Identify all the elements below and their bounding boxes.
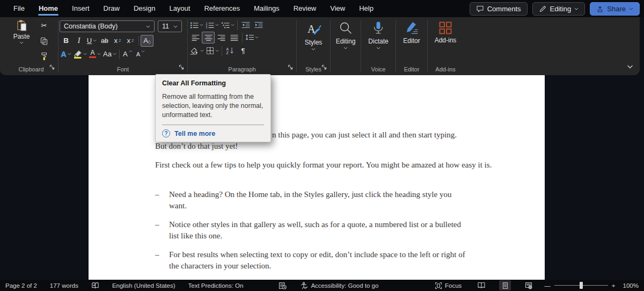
- share-button[interactable]: Share: [590, 2, 640, 16]
- text-predictions-indicator[interactable]: Text Predictions: On: [188, 282, 244, 289]
- tab-home[interactable]: Home: [32, 0, 65, 17]
- paragraph-dialog-launcher[interactable]: [288, 62, 293, 72]
- proofing-status[interactable]: [91, 282, 99, 289]
- numbered-list-button[interactable]: 123: [204, 19, 220, 31]
- increase-indent-button[interactable]: [252, 19, 265, 31]
- editor-insights-indicator[interactable]: [279, 282, 287, 289]
- align-center-button[interactable]: [202, 32, 215, 43]
- justify-button[interactable]: [228, 32, 240, 43]
- editing-button[interactable]: Editing: [331, 17, 361, 65]
- clipboard-dialog-launcher[interactable]: [49, 62, 55, 72]
- tab-draw[interactable]: Draw: [97, 0, 127, 17]
- tab-review[interactable]: Review: [287, 0, 324, 17]
- styles-button[interactable]: A Styles: [297, 17, 330, 65]
- help-question-icon: ?: [162, 129, 170, 137]
- copy-button[interactable]: [38, 35, 50, 46]
- addins-button[interactable]: Add-ins: [428, 17, 463, 65]
- divider: [242, 33, 243, 42]
- doc-bullet-item[interactable]: – Notice other styles in that gallery as…: [169, 219, 471, 241]
- tell-me-more-link[interactable]: ? Tell me more: [162, 129, 264, 137]
- align-right-button[interactable]: [215, 32, 228, 43]
- chevron-down-icon: [215, 24, 219, 26]
- font-dialog-launcher[interactable]: [179, 62, 184, 72]
- underline-button[interactable]: U: [85, 35, 98, 47]
- paste-button[interactable]: Paste: [8, 17, 35, 65]
- tab-references[interactable]: References: [197, 0, 246, 17]
- comments-button[interactable]: Comments: [470, 2, 528, 16]
- document-clock-icon: [279, 282, 287, 289]
- tab-mailings[interactable]: Mailings: [247, 0, 287, 17]
- highlight-color-button[interactable]: [72, 48, 88, 60]
- ribbon-tabs: File Home Insert Draw Design Layout Refe…: [0, 0, 380, 17]
- font-color-bar: [89, 56, 96, 59]
- tab-help[interactable]: Help: [352, 0, 380, 17]
- tab-file[interactable]: File: [6, 0, 32, 17]
- editing-mode-button[interactable]: Editing: [532, 2, 586, 16]
- shading-button[interactable]: [189, 45, 205, 57]
- bullet-list-button[interactable]: [189, 19, 204, 31]
- font-color-button[interactable]: A: [88, 48, 102, 60]
- sort-button[interactable]: AZ: [224, 45, 237, 57]
- subscript-button[interactable]: x2: [111, 35, 124, 47]
- zoom-level[interactable]: 100%: [623, 282, 639, 289]
- increase-indent-icon: [254, 21, 263, 28]
- bold-button[interactable]: B: [60, 35, 72, 47]
- multilevel-list-button[interactable]: [220, 19, 236, 31]
- cut-button[interactable]: ✂: [38, 20, 50, 31]
- editor-pencil-icon: [404, 21, 419, 35]
- decrease-indent-button[interactable]: [239, 19, 252, 31]
- print-layout-button[interactable]: [499, 280, 511, 290]
- doc-line-partial[interactable]: n this page, you can just select it all …: [272, 129, 457, 140]
- doc-paragraph[interactable]: First check out a few tips to help you q…: [155, 159, 492, 170]
- chevron-down-icon: [93, 39, 97, 42]
- superscript-button[interactable]: x2: [124, 35, 137, 47]
- caret-down-icon: [141, 50, 145, 53]
- proofing-book-icon: [91, 282, 99, 289]
- print-layout-page-icon: [502, 282, 509, 289]
- strikethrough-button[interactable]: ab: [98, 35, 111, 47]
- font-name-combo[interactable]: Constantia (Body): [60, 20, 155, 32]
- tab-layout[interactable]: Layout: [162, 0, 197, 17]
- editor-button[interactable]: Editor: [396, 17, 427, 65]
- doc-bullet-item[interactable]: – Need a heading? On the Home tab, in th…: [169, 189, 471, 211]
- word-count[interactable]: 177 words: [50, 282, 78, 289]
- zoom-out-button[interactable]: —: [544, 282, 551, 289]
- shrink-font-button[interactable]: A: [134, 48, 147, 60]
- page-indicator[interactable]: Page 2 of 2: [5, 282, 37, 289]
- focus-mode-button[interactable]: Focus: [435, 282, 462, 289]
- addins-group-label: Add-ins: [435, 66, 455, 72]
- sort-icon: AZ: [226, 47, 235, 55]
- align-left-button[interactable]: [189, 32, 202, 43]
- web-layout-button[interactable]: [523, 280, 535, 290]
- language-indicator[interactable]: English (United States): [112, 282, 175, 289]
- clear-formatting-button[interactable]: A◊: [141, 35, 153, 47]
- chevron-down-icon: [376, 47, 380, 49]
- zoom-in-button[interactable]: +: [612, 282, 616, 289]
- align-center-icon: [204, 34, 213, 41]
- format-painter-button[interactable]: [38, 51, 50, 62]
- doc-bullet-item[interactable]: – For best results when selecting text t…: [169, 249, 471, 271]
- chevron-down-icon: [311, 48, 316, 50]
- grow-font-button[interactable]: A: [121, 48, 134, 60]
- pilcrow-button[interactable]: ¶: [237, 45, 250, 57]
- italic-button[interactable]: I: [72, 35, 85, 47]
- tooltip-title: Clear All Formatting: [162, 79, 264, 87]
- collapse-ribbon-button[interactable]: [627, 61, 633, 71]
- format-painter-icon: [40, 52, 48, 61]
- tab-design[interactable]: Design: [127, 0, 162, 17]
- read-mode-button[interactable]: [475, 280, 487, 290]
- font-size-combo[interactable]: 11: [158, 20, 182, 32]
- borders-button[interactable]: [205, 45, 220, 57]
- tab-view[interactable]: View: [323, 0, 352, 17]
- dictate-button[interactable]: Dictate: [361, 17, 396, 65]
- line-spacing-button[interactable]: [244, 32, 260, 43]
- text-effects-button[interactable]: A: [60, 48, 72, 60]
- zoom-slider-handle[interactable]: [580, 282, 583, 289]
- styles-dialog-launcher[interactable]: [321, 62, 327, 72]
- zoom-slider[interactable]: [554, 285, 608, 286]
- scissors-icon: ✂: [41, 21, 47, 30]
- tab-insert[interactable]: Insert: [65, 0, 97, 17]
- change-case-button[interactable]: Aa: [102, 48, 118, 60]
- accessibility-status[interactable]: Accessibility: Good to go: [301, 282, 378, 289]
- copy-icon: [40, 37, 48, 45]
